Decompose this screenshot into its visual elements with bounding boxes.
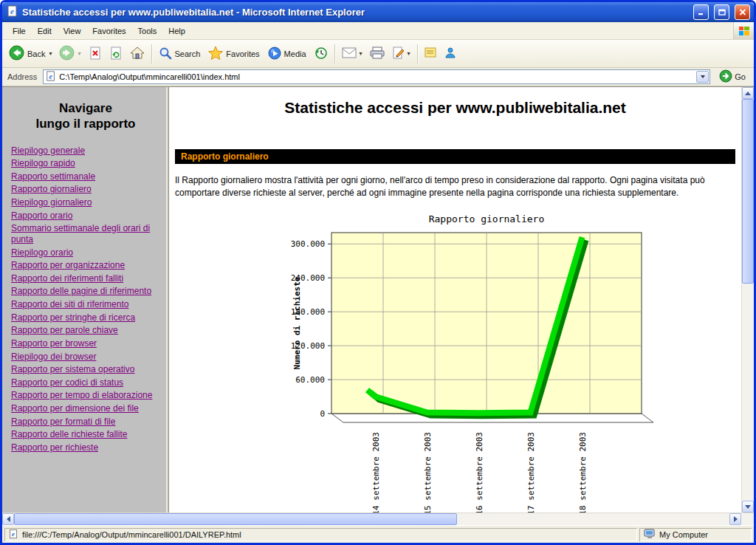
- back-button[interactable]: Back ▾: [5, 42, 55, 65]
- scrollbar-corner: [741, 513, 754, 525]
- status-zone-segment: My Computer: [639, 528, 752, 541]
- content-area: Navigare lungo il rapporto Riepilogo gen…: [2, 86, 754, 513]
- horizontal-scroll-thumb[interactable]: [14, 513, 457, 525]
- sidebar-link[interactable]: Riepilogo generale: [11, 145, 160, 157]
- sidebar-link[interactable]: Rapporto per browser: [11, 338, 160, 349]
- address-bar: Address e C:\Temp\Analog\Output\mmincare…: [2, 68, 754, 86]
- sidebar-link[interactable]: Rapporto per richieste: [11, 442, 160, 453]
- refresh-button[interactable]: [106, 44, 126, 64]
- page-title: Statistiche accessi per www.publiwebital…: [175, 99, 735, 117]
- favorites-star-icon: [208, 46, 223, 61]
- sidebar-link[interactable]: Rapporto per stringhe di ricerca: [11, 312, 160, 323]
- section-header-bar: Rapporto giornaliero: [175, 149, 735, 164]
- back-dropdown-icon[interactable]: ▾: [49, 50, 52, 57]
- media-icon: [268, 47, 281, 61]
- vertical-scroll-thumb[interactable]: [742, 99, 754, 284]
- menu-item[interactable]: Edit: [32, 24, 58, 38]
- sidebar-link[interactable]: Rapporto per parole chiave: [11, 325, 160, 336]
- go-button[interactable]: Go: [715, 69, 750, 84]
- maximize-button[interactable]: [714, 4, 729, 20]
- sidebar-link[interactable]: Rapporto delle richieste fallite: [11, 429, 160, 440]
- horizontal-scrollbar[interactable]: [2, 513, 754, 525]
- go-label: Go: [735, 72, 746, 81]
- history-icon: [315, 47, 328, 61]
- address-dropdown-icon[interactable]: [696, 71, 709, 83]
- horizontal-scroll-track[interactable]: [14, 513, 729, 525]
- stop-button[interactable]: [85, 44, 106, 64]
- svg-text:60.000: 60.000: [295, 375, 325, 385]
- search-button[interactable]: Search: [155, 44, 205, 64]
- messenger-icon: [444, 47, 457, 61]
- sidebar-link[interactable]: Rapporto orario: [11, 210, 160, 222]
- forward-button[interactable]: ▾: [55, 42, 84, 65]
- print-button[interactable]: [366, 44, 388, 64]
- sidebar-link[interactable]: Rapporto delle pagine di riferimento: [11, 286, 160, 297]
- svg-text:e: e: [10, 7, 14, 16]
- close-button[interactable]: [735, 4, 750, 20]
- sidebar-link[interactable]: Riepilogo orario: [11, 247, 160, 258]
- forward-icon: [59, 45, 75, 62]
- sidebar-link[interactable]: Riepilogo dei browser: [11, 352, 160, 363]
- ie-window-icon: e: [7, 5, 18, 20]
- menu-item[interactable]: Tools: [132, 24, 163, 38]
- address-value: C:\Temp\Analog\Output\mmincarelli001\ind…: [59, 72, 693, 81]
- messenger-button[interactable]: [441, 44, 461, 64]
- scroll-left-icon[interactable]: [2, 513, 14, 525]
- sidebar-link[interactable]: Rapporto dei siti di riferimento: [11, 299, 160, 310]
- sidebar-link[interactable]: Rapporto per codici di status: [11, 377, 160, 388]
- svg-text:e: e: [49, 72, 53, 80]
- minimize-button[interactable]: [693, 4, 709, 20]
- svg-text:300.000: 300.000: [291, 239, 325, 249]
- search-icon: [159, 47, 172, 61]
- sidebar-link[interactable]: Rapporto per formati di file: [11, 417, 160, 428]
- menu-item[interactable]: Help: [162, 24, 191, 38]
- menu-item[interactable]: View: [58, 24, 87, 38]
- browser-window: e Statistiche accessi per www.publiwebit…: [0, 0, 756, 545]
- sidebar-link[interactable]: Rapporto per tempo di elaborazione: [11, 390, 160, 401]
- sidebar-title: Navigare lungo il rapporto: [11, 100, 160, 132]
- navigation-sidebar: Navigare lungo il rapporto Riepilogo gen…: [2, 87, 166, 513]
- favorites-button[interactable]: Favorites: [205, 43, 264, 64]
- section-header-label: Rapporto giornaliero: [181, 151, 269, 162]
- my-computer-icon: [644, 529, 656, 541]
- status-url-segment: e file:///C:/Temp/Analog/Output/mmincare…: [4, 528, 637, 541]
- daily-report-chart: 060.000120.000180.000240.000300.000Rappo…: [228, 210, 730, 513]
- mail-button[interactable]: ▾: [338, 44, 366, 63]
- sidebar-link[interactable]: Rapporto dei riferimenti falliti: [11, 273, 160, 284]
- document-icon: e: [9, 529, 18, 541]
- forward-dropdown-icon[interactable]: ▾: [78, 50, 80, 57]
- media-button[interactable]: Media: [264, 44, 311, 64]
- windows-logo-icon: [733, 22, 754, 40]
- sidebar-link[interactable]: Rapporto giornaliero: [11, 184, 160, 195]
- sidebar-link[interactable]: Riepilogo giornaliero: [11, 197, 160, 208]
- main-toolbar: Back ▾ ▾ Search Favorites Media: [2, 40, 754, 68]
- home-button[interactable]: [126, 44, 148, 64]
- history-button[interactable]: [311, 44, 331, 64]
- sidebar-link[interactable]: Rapporto per dimensione dei file: [11, 403, 160, 414]
- print-icon: [370, 47, 385, 61]
- discuss-button[interactable]: [421, 44, 441, 64]
- menu-item[interactable]: File: [7, 24, 32, 38]
- edit-dropdown-icon[interactable]: ▾: [408, 50, 410, 57]
- address-label: Address: [6, 72, 38, 81]
- sidebar-link[interactable]: Riepilogo rapido: [11, 158, 160, 169]
- vertical-scrollbar[interactable]: [741, 87, 754, 513]
- scroll-down-icon[interactable]: [742, 501, 754, 513]
- svg-text:e: e: [12, 530, 15, 538]
- page-favicon: e: [46, 71, 56, 83]
- menu-item[interactable]: Favorites: [86, 24, 131, 38]
- mail-dropdown-icon[interactable]: ▾: [360, 50, 362, 57]
- svg-text:Numero di richieste: Numero di richieste: [292, 276, 302, 369]
- sidebar-link[interactable]: Rapporto per sistema operativo: [11, 364, 160, 375]
- svg-text:Rapporto giornaliero: Rapporto giornaliero: [429, 213, 545, 224]
- svg-text:18 settembre 2003: 18 settembre 2003: [578, 432, 588, 513]
- sidebar-link[interactable]: Rapporto settimanale: [11, 171, 160, 182]
- stop-icon: [89, 47, 102, 61]
- scroll-right-icon[interactable]: [729, 513, 741, 525]
- svg-text:16 settembre 2003: 16 settembre 2003: [475, 432, 484, 513]
- sidebar-link[interactable]: Sommario settimanale degli orari di punt…: [11, 223, 160, 244]
- scroll-up-icon[interactable]: [742, 87, 754, 99]
- sidebar-link[interactable]: Rapporto per organizzazione: [11, 260, 160, 271]
- address-input[interactable]: e C:\Temp\Analog\Output\mmincarelli001\i…: [43, 69, 710, 84]
- edit-button[interactable]: ▾: [388, 44, 414, 64]
